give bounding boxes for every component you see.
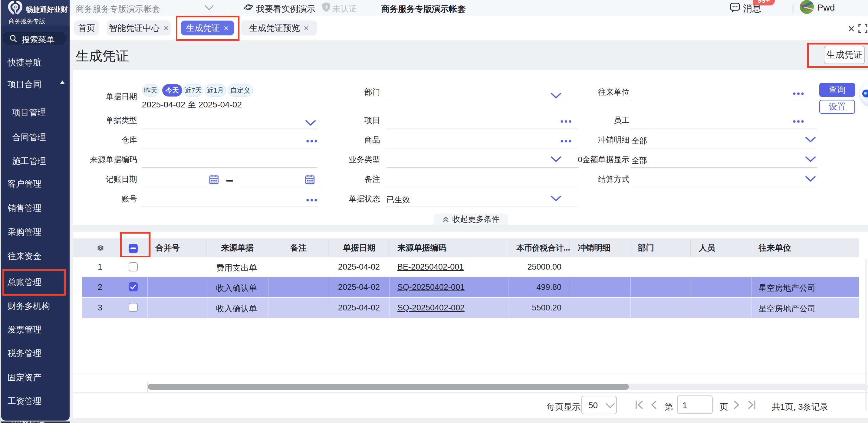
svg-text:企: 企 — [324, 4, 329, 10]
